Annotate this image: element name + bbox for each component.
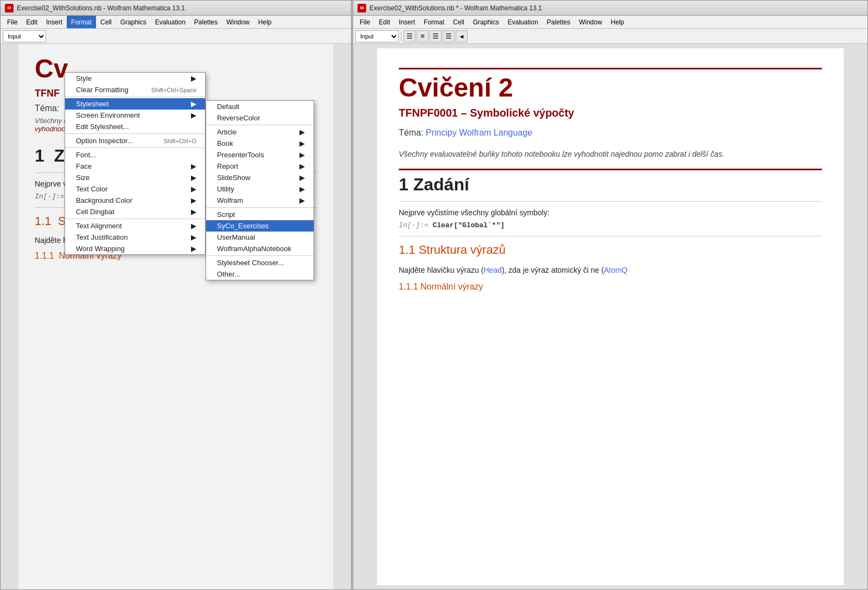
right-window: M Exercise02_WithSolutions.nb * - Wolfra… [353,0,868,590]
left-menu-bar: File Edit Insert Format Cell Graphics Ev… [1,16,351,29]
menu-edit-right[interactable]: Edit [374,16,394,28]
format-word-wrapping[interactable]: Word Wrapping ▶ [65,243,205,254]
menu-help-left[interactable]: Help [254,16,276,28]
format-bg-color[interactable]: Background Color ▶ [65,195,205,206]
right-content-area: Cvičení 2 TFNPF0001 – Symbolické výpočty… [353,44,867,589]
left-window-title: Exercise02_WithSolutions.nb - Wolfram Ma… [17,4,185,12]
menu-evaluation-right[interactable]: Evaluation [503,16,542,28]
align-left-btn[interactable]: ☰ [404,30,416,42]
right-page-topic: Téma: Principy Wolfram Language [399,128,822,138]
toolbar-sep-right [401,32,401,41]
menu-palettes-left[interactable]: Palettes [190,16,222,28]
right-page-subtitle: TFNPF0001 – Symbolické výpočty [399,107,822,119]
arrow-left-btn[interactable]: ◄ [456,30,468,42]
left-window: M Exercise02_WithSolutions.nb - Wolfram … [0,0,352,590]
format-face[interactable]: Face ▶ [65,161,205,172]
format-text-color[interactable]: Text Color ▶ [65,183,205,195]
right-subsection1: 1.1 Struktura výrazů [399,243,822,257]
format-size[interactable]: Size ▶ [65,172,205,183]
menu-insert-left[interactable]: Insert [42,16,67,28]
menu-format-right[interactable]: Format [419,16,449,28]
menu-evaluation-left[interactable]: Evaluation [151,16,190,28]
menu-edit-left[interactable]: Edit [22,16,42,28]
right-notebook-page: Cvičení 2 TFNPF0001 – Symbolické výpočty… [377,48,844,585]
menu-file-left[interactable]: File [3,16,22,28]
right-page-italic: Všechny evaluovatelné buňky tohoto noteb… [399,149,822,160]
style-select-right[interactable]: Input [355,30,399,42]
format-option-inspector[interactable]: Option Inspector... Shift+Ctrl+O [65,135,205,146]
right-subsubsection1: 1.1.1 Normální výrazy [399,282,822,292]
format-clear-formatting[interactable]: Clear Formatting Shift+Ctrl+Space [65,84,205,95]
format-text-justification[interactable]: Text Justification ▶ [65,232,205,243]
right-code1: In[·]:= Clear["Global`*"] [399,221,822,229]
right-menu-bar: File Edit Insert Format Cell Graphics Ev… [353,16,867,29]
right-window-title: Exercise02_WithSolutions.nb * - Wolfram … [369,4,542,12]
right-section1-text: Nejprve vyčistíme všechny globální symbo… [399,208,822,217]
right-toolbar: Input ☰ ≡ ☰ ☰ ◄ [353,29,867,44]
align-right-btn[interactable]: ☰ [430,30,442,42]
format-style[interactable]: Style ▶ [65,73,205,84]
format-font[interactable]: Font... [65,149,205,161]
right-page-title: Cvičení 2 [399,74,822,102]
format-dropdown[interactable]: Style ▶ Clear Formatting Shift+Ctrl+Spac… [65,72,206,255]
menu-window-right[interactable]: Window [575,16,607,28]
left-content-area: Cv TFNF Téma: Všechny evaluovatelné buňk… [1,44,351,589]
right-section1-heading: 1 Zadání [399,175,822,195]
menu-insert-right[interactable]: Insert [394,16,419,28]
format-stylesheet[interactable]: Stylesheet ▶ [65,98,205,110]
app-icon-right: M [358,4,366,12]
left-toolbar: Input [1,29,351,44]
right-title-bar: M Exercise02_WithSolutions.nb * - Wolfra… [353,1,867,16]
format-text-alignment[interactable]: Text Alignment ▶ [65,220,205,232]
style-select-left[interactable]: Input [3,30,46,42]
menu-graphics-left[interactable]: Graphics [116,16,151,28]
format-cell-dingbat[interactable]: Cell Dingbat ▶ [65,206,205,217]
format-screen-env[interactable]: Screen Environment ▶ [65,110,205,121]
left-title-bar: M Exercise02_WithSolutions.nb - Wolfram … [1,1,351,16]
menu-format-left[interactable]: Format [67,16,96,28]
menu-window-left[interactable]: Window [222,16,254,28]
align-center-btn[interactable]: ≡ [417,30,429,42]
app-icon-left: M [5,4,14,12]
menu-palettes-right[interactable]: Palettes [542,16,575,28]
menu-cell-left[interactable]: Cell [96,16,116,28]
menu-cell-right[interactable]: Cell [449,16,469,28]
menu-graphics-right[interactable]: Graphics [469,16,503,28]
menu-file-right[interactable]: File [355,16,374,28]
right-subsection1-text: Najděte hlavičku výrazu (Head), zda je v… [399,266,822,274]
menu-help-right[interactable]: Help [607,16,629,28]
align-justify-btn[interactable]: ☰ [443,30,455,42]
format-edit-stylesheet[interactable]: Edit Stylesheet... [65,121,205,132]
